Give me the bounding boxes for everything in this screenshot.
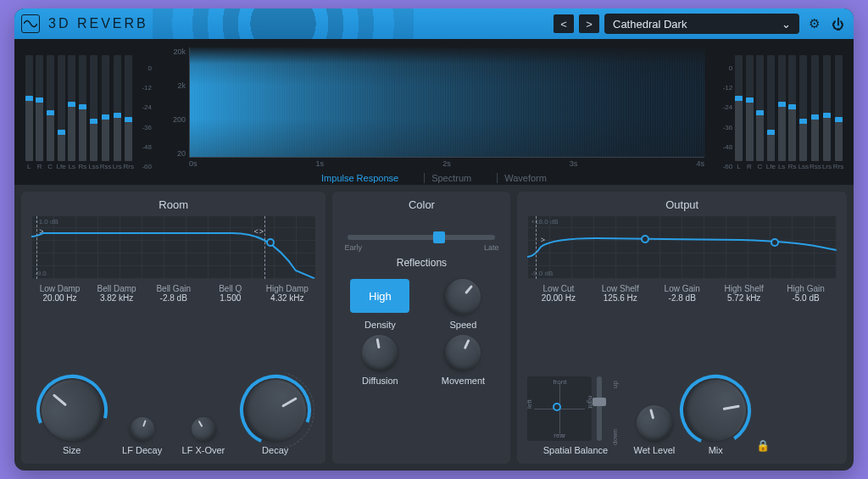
- meter-rs: Rs: [787, 55, 797, 170]
- power-button[interactable]: ⏻: [828, 14, 847, 33]
- meter-rs: Rs: [78, 55, 87, 170]
- param-low-damp[interactable]: Low Damp20.00 Hz: [31, 284, 88, 303]
- movement-label: Movement: [442, 376, 485, 386]
- lf-decay-knob[interactable]: [127, 414, 158, 444]
- size-knob[interactable]: [29, 367, 114, 453]
- output-meters: 0-12-24-36-48-60LRCLfeLsRsLssRssLrsRrs: [716, 47, 843, 170]
- density-label: Density: [364, 320, 396, 330]
- meter-lrs: Lrs: [113, 55, 122, 170]
- meter-ls: Ls: [68, 55, 77, 170]
- meter-rss: Rss: [101, 55, 111, 170]
- preset-name: Cathedral Dark: [613, 18, 687, 31]
- reflections-label: Reflections: [342, 257, 500, 269]
- meter-rrs: Rrs: [833, 55, 843, 170]
- diffusion-knob[interactable]: [359, 332, 401, 374]
- tab-waveform[interactable]: Waveform: [497, 173, 554, 183]
- meter-c: C: [755, 55, 765, 170]
- lf-xover-knob[interactable]: [187, 413, 220, 445]
- meter-lfe: Lfe: [57, 55, 66, 170]
- meter-lrs: Lrs: [822, 55, 832, 170]
- output-title: Output: [527, 198, 837, 211]
- controls-area: Room +1.0 dB -9.0 > <> Low Damp20.00 HzB…: [14, 185, 854, 471]
- speed-label: Speed: [450, 320, 477, 330]
- input-meters: LRCLfeLsRsLssRssLrsRrs0-12-24-36-48-60: [25, 47, 152, 170]
- lock-icon: 🔒: [756, 439, 770, 452]
- preset-prev-button[interactable]: <: [554, 14, 574, 33]
- movement-knob[interactable]: [440, 329, 487, 376]
- meter-ls: Ls: [777, 55, 787, 170]
- meter-lfe: Lfe: [766, 55, 776, 170]
- mix-knob[interactable]: [681, 375, 751, 445]
- meter-l: L: [734, 55, 743, 170]
- room-title: Room: [31, 198, 315, 211]
- meter-rrs: Rrs: [124, 55, 134, 170]
- output-handle-high[interactable]: [771, 238, 779, 247]
- param-bell-damp[interactable]: Bell Damp3.82 kHz: [88, 284, 145, 303]
- meter-l: L: [25, 55, 34, 170]
- spectrogram-display[interactable]: [189, 47, 704, 158]
- meter-lss: Lss: [798, 55, 809, 170]
- diffusion-label: Diffusion: [362, 376, 398, 386]
- tab-impulse-response[interactable]: Impulse Response: [314, 173, 405, 183]
- preset-next-button[interactable]: >: [579, 14, 599, 33]
- wet-level-label: Wet Level: [634, 445, 676, 455]
- lf-xover-label: LF X-Over: [182, 445, 225, 455]
- param-high-shelf[interactable]: High Shelf5.72 kHz: [713, 284, 775, 303]
- spatial-height-slider[interactable]: [597, 376, 602, 441]
- header-bar: 3D REVERB < > Cathedral Dark ⌄ ⚙ ⏻: [14, 8, 854, 39]
- preset-dropdown[interactable]: Cathedral Dark ⌄: [604, 14, 799, 34]
- room-filter-graph[interactable]: +1.0 dB -9.0 > <>: [31, 216, 315, 279]
- meter-r: R: [745, 55, 754, 170]
- power-icon: ⏻: [832, 17, 844, 31]
- output-filter-graph[interactable]: +18.0 dB -9.0 dB >: [527, 216, 837, 279]
- mix-label: Mix: [709, 445, 723, 455]
- param-bell-gain[interactable]: Bell Gain-2.8 dB: [145, 284, 202, 303]
- spectro-y-axis: 20k2k20020: [164, 47, 189, 158]
- plugin-window: 3D REVERB < > Cathedral Dark ⌄ ⚙ ⏻ LRCLf…: [14, 8, 854, 471]
- color-panel: Color Early Late Reflections High Densit…: [332, 192, 510, 464]
- spatial-balance-label: Spatial Balance: [543, 445, 608, 455]
- plugin-title: 3D REVERB: [48, 16, 148, 31]
- gear-icon: ⚙: [809, 16, 820, 31]
- visualization-area: LRCLfeLsRsLssRssLrsRrs0-12-24-36-48-60 2…: [14, 39, 854, 185]
- room-panel: Room +1.0 dB -9.0 > <> Low Damp20.00 HzB…: [21, 192, 326, 464]
- param-high-damp[interactable]: High Damp4.32 kHz: [259, 284, 315, 303]
- late-label: Late: [484, 243, 499, 252]
- spectro-x-axis: 0s1s2s3s4s: [189, 159, 704, 168]
- param-low-shelf[interactable]: Low Shelf125.6 Hz: [589, 284, 651, 303]
- early-label: Early: [344, 243, 362, 252]
- meter-lss: Lss: [89, 55, 99, 170]
- param-low-gain[interactable]: Low Gain-2.8 dB: [651, 284, 713, 303]
- param-low-cut[interactable]: Low Cut20.00 Hz: [527, 284, 589, 303]
- chevron-down-icon: ⌄: [782, 18, 791, 31]
- color-title: Color: [342, 198, 500, 211]
- meter-rss: Rss: [810, 55, 821, 170]
- meter-r: R: [36, 55, 45, 170]
- meter-c: C: [46, 55, 55, 170]
- mix-lock-button[interactable]: 🔒: [756, 439, 770, 452]
- output-handle-low[interactable]: [641, 235, 649, 243]
- settings-button[interactable]: ⚙: [804, 14, 823, 33]
- output-panel: Output +18.0 dB -9.0 dB > Low Cut20.00 H…: [517, 192, 847, 464]
- early-late-slider[interactable]: [348, 235, 495, 240]
- tab-spectrum[interactable]: Spectrum: [424, 173, 478, 183]
- speed-knob[interactable]: [438, 271, 488, 321]
- wet-level-knob[interactable]: [632, 401, 676, 444]
- param-bell-q[interactable]: Bell Q1.500: [202, 284, 259, 303]
- room-graph-handle[interactable]: [266, 238, 275, 247]
- param-high-gain[interactable]: High Gain-5.0 dB: [775, 284, 837, 303]
- logo-icon: [21, 14, 40, 33]
- size-label: Size: [63, 445, 81, 455]
- spatial-xy-pad[interactable]: front rear left right: [527, 376, 592, 441]
- decay-label: Decay: [262, 445, 288, 455]
- lf-decay-label: LF Decay: [122, 445, 162, 455]
- reflections-high-button[interactable]: High: [350, 279, 409, 313]
